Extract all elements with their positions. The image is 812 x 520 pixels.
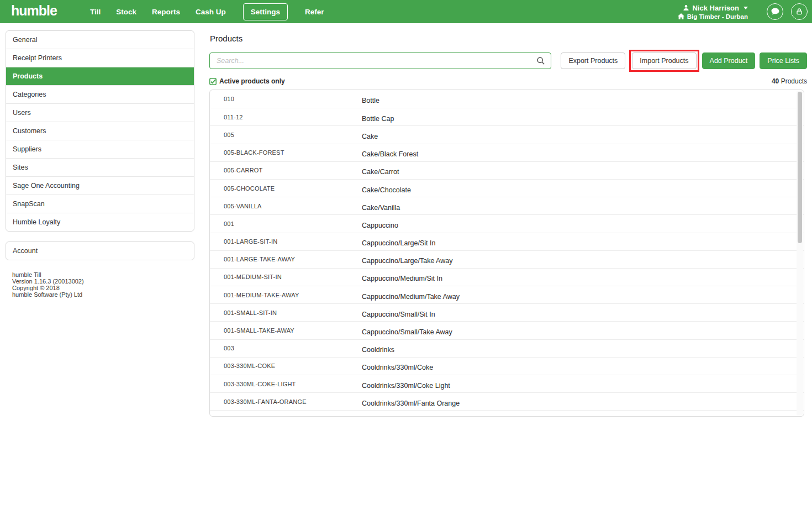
sidebar-item-sage-one-accounting[interactable]: Sage One Accounting [6,176,194,195]
search-box [209,52,551,69]
product-code: 003-330ML-SPRITE [224,416,362,417]
product-name: Cappuccino/Small/Sit In [362,311,435,318]
sidebar-item-receipt-printers[interactable]: Receipt Printers [6,49,194,67]
table-row[interactable]: 001-LARGE-SIT-IN Cappuccino/Large/Sit In [210,233,804,250]
table-row[interactable]: 003 Cooldrinks [210,339,804,357]
product-name: Cooldrinks/330ml/Coke [362,364,433,371]
sidebar-item-general[interactable]: General [6,31,194,49]
product-name: Bottle Cap [362,115,394,123]
sidebar-item-users[interactable]: Users [6,103,194,122]
app-version-line: Version 1.16.3 (20013002) [12,278,194,285]
product-code: 001-LARGE-SIT-IN [224,238,362,245]
user-name-row[interactable]: Nick Harrison [678,4,748,12]
export-products-button[interactable]: Export Products [561,52,625,69]
active-products-checkbox[interactable]: Active products only [209,77,285,85]
app-version-line: humble Software (Pty) Ltd [12,291,194,298]
products-count: 40 Products [772,77,807,85]
sidebar-item-categories[interactable]: Categories [6,85,194,103]
product-name: Cooldrinks/330ml/Coke Light [362,382,450,390]
products-page: Products Export Products Import Products… [209,30,807,417]
table-row[interactable]: 005-VANILLA Cake/Vanilla [210,197,804,214]
lock-button[interactable] [791,3,808,20]
product-name: Cappuccino/Large/Sit In [362,239,435,247]
product-code: 005-VANILLA [224,203,362,209]
table-row[interactable]: 003-330ML-COKE-LIGHT Cooldrinks/330ml/Co… [210,375,804,392]
person-icon [683,4,689,11]
search-input[interactable] [209,52,551,69]
app-version-line: Copyright © 2018 [12,285,194,291]
table-row[interactable]: 001 Cappuccino [210,214,804,232]
table-row[interactable]: 001-MEDIUM-TAKE-AWAY Cappuccino/Medium/T… [210,286,804,303]
checkbox-checked-icon [209,78,217,85]
scrollbar-thumb[interactable] [798,92,802,243]
table-row[interactable]: 001-SMALL-SIT-IN Cappuccino/Small/Sit In [210,303,804,321]
scrollbar-track[interactable] [797,91,803,416]
table-row[interactable]: 005-CARROT Cake/Carrot [210,161,804,179]
table-row[interactable]: 005 Cake [210,125,804,143]
product-code: 001-SMALL-SIT-IN [224,309,362,316]
search-icon[interactable] [536,56,545,65]
table-row[interactable]: 011-12 Bottle Cap [210,108,804,125]
main-nav: TillStockReportsCash UpSettingsRefer [90,3,324,20]
table-row[interactable]: 005-BLACK-FOREST Cake/Black Forest [210,144,804,161]
site-row[interactable]: Big Timber - Durban [678,13,748,20]
nav-item-settings[interactable]: Settings [243,3,288,20]
table-row[interactable]: 001-SMALL-TAKE-AWAY Cappuccino/Small/Tak… [210,321,804,339]
product-code: 003-330ML-FANTA-ORANGE [224,398,362,405]
app-version-info: humble TillVersion 1.16.3 (20013002)Copy… [6,271,194,298]
sidebar-item-products[interactable]: Products [6,67,194,85]
product-name: Bottle [362,97,379,104]
site-name: Big Timber - Durban [687,13,748,20]
table-row[interactable]: 003-330ML-SPRITE Cooldrinks/330ml/Sprite [210,410,804,417]
product-name: Cappuccino/Small/Take Away [362,328,452,336]
product-name: Cooldrinks/330ml/Fanta Orange [362,400,460,407]
products-toolbar: Export Products Import Products Add Prod… [209,52,807,69]
product-code: 003 [224,345,362,351]
product-name: Cake/Vanilla [362,204,400,212]
user-menu[interactable]: Nick Harrison Big Timber - Durban [678,4,748,20]
app-version-line: humble Till [12,271,194,278]
active-products-label: Active products only [219,77,285,85]
table-row[interactable]: 010 Bottle [210,90,804,108]
product-code: 001-LARGE-TAKE-AWAY [224,256,362,262]
product-code: 001-SMALL-TAKE-AWAY [224,327,362,334]
product-code: 005-BLACK-FOREST [224,149,362,156]
table-row[interactable]: 003-330ML-COKE Cooldrinks/330ml/Coke [210,357,804,375]
chat-button[interactable] [767,3,783,20]
nav-item-till[interactable]: Till [90,8,101,16]
navbar-right: Nick Harrison Big Timber - Durban [678,3,808,20]
nav-item-refer[interactable]: Refer [305,8,324,16]
product-code: 005-CARROT [224,167,362,174]
sidebar-item-humble-loyalty[interactable]: Humble Loyalty [6,213,194,231]
import-products-button[interactable]: Import Products [632,52,696,69]
product-name: Cake/Chocolate [362,186,411,194]
product-name: Cooldrinks [362,346,394,354]
home-icon [678,13,684,19]
table-row[interactable]: 005-CHOCOLATE Cake/Chocolate [210,179,804,197]
product-code: 003-330ML-COKE-LIGHT [224,381,362,387]
product-name: Cappuccino [362,222,398,229]
price-lists-button[interactable]: Price Lists [760,52,807,69]
table-row[interactable]: 001-MEDIUM-SIT-IN Cappuccino/Medium/Sit … [210,268,804,286]
sidebar-item-snapscan[interactable]: SnapScan [6,195,194,213]
nav-item-stock[interactable]: Stock [116,8,136,16]
humble-logo[interactable]: humble [11,4,57,19]
lock-icon [795,7,804,16]
product-code: 001-MEDIUM-TAKE-AWAY [224,292,362,298]
account-card: Account [6,241,194,260]
sidebar-item-customers[interactable]: Customers [6,122,194,140]
nav-item-cash-up[interactable]: Cash Up [196,8,226,16]
product-code: 005 [224,132,362,138]
user-name: Nick Harrison [692,4,739,12]
sidebar-item-account[interactable]: Account [6,242,194,260]
products-count-value: 40 [772,77,779,85]
add-product-button[interactable]: Add Product [702,52,756,69]
table-row[interactable]: 001-LARGE-TAKE-AWAY Cappuccino/Large/Tak… [210,250,804,268]
sidebar-item-suppliers[interactable]: Suppliers [6,140,194,158]
sidebar-item-sites[interactable]: Sites [6,158,194,176]
table-row[interactable]: 003-330ML-FANTA-ORANGE Cooldrinks/330ml/… [210,392,804,410]
page-title: Products [210,34,807,43]
chat-icon [771,7,780,16]
product-code: 001 [224,220,362,227]
nav-item-reports[interactable]: Reports [152,8,180,16]
